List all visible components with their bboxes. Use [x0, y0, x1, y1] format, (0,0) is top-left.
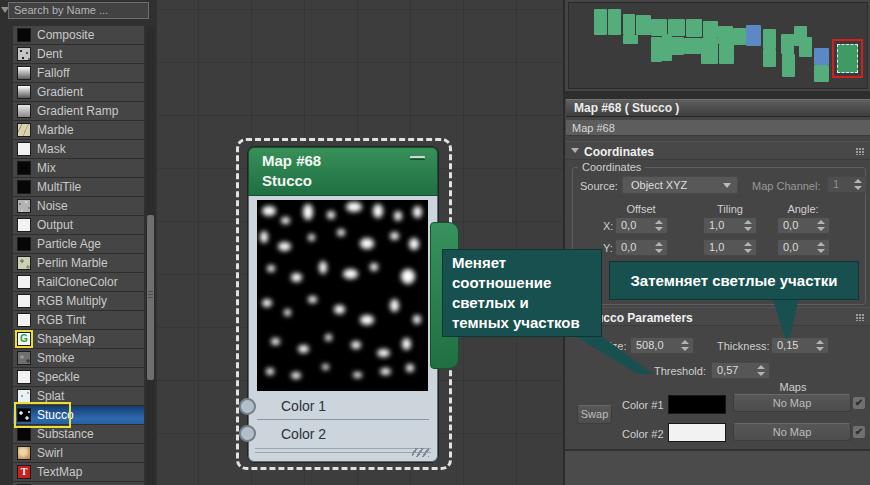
parameter-panel: Map #68 ( Stucco ) Map #68 Coordinates C…	[565, 0, 870, 485]
coordinates-rollout-header[interactable]: Coordinates	[566, 141, 870, 160]
node-resize-grip[interactable]	[412, 448, 429, 457]
chevron-down-icon	[723, 183, 731, 188]
color2-input-socket[interactable]	[239, 425, 256, 442]
black-thumbnail-icon	[17, 161, 31, 175]
color1-slot-label: Color 1	[281, 398, 326, 414]
panel-empty-area	[565, 451, 870, 485]
color1-input-socket[interactable]	[239, 398, 256, 415]
callout-text-line: Меняет	[452, 253, 601, 273]
sidebar-item-mask[interactable]: Mask	[13, 140, 144, 159]
sidebar-item-marble[interactable]: Marble	[13, 121, 144, 140]
color2-map-button[interactable]: No Map	[733, 423, 851, 441]
sidebar-item-splat[interactable]: Splat	[13, 387, 144, 406]
sidebar-item-falloff[interactable]: Falloff	[13, 64, 144, 83]
spinner-arrows-icon[interactable]	[744, 241, 753, 254]
sidebar-item-rgb-multiply[interactable]: RGB Multiply	[13, 292, 144, 311]
rollout-grip-icon[interactable]	[856, 148, 865, 155]
sidebar-item-perlin-marble[interactable]: Perlin Marble	[13, 254, 144, 273]
color1-swatch[interactable]	[668, 395, 726, 414]
threshold-spinner[interactable]: 0,57	[711, 362, 770, 379]
thickness-spinner[interactable]: 0,15	[771, 337, 829, 354]
spinner-arrows-icon[interactable]	[655, 241, 664, 254]
tiling-y-spinner[interactable]: 1,0	[703, 239, 757, 256]
node-header[interactable]: Map #68 Stucco	[248, 147, 438, 196]
color2-slot[interactable]: Color 2	[249, 420, 437, 447]
rollout-grip-icon[interactable]	[856, 314, 865, 321]
color1-label: Color #1	[622, 399, 664, 411]
navigator-node	[651, 37, 662, 62]
minimize-icon[interactable]	[410, 156, 425, 160]
sidebar-item-dent[interactable]: Dent	[13, 45, 144, 64]
map-channel-spinner[interactable]: 1	[827, 176, 867, 193]
sidebar-item-gradient[interactable]: Gradient	[13, 83, 144, 102]
swap-button[interactable]: Swap	[577, 405, 612, 424]
offset-x-spinner[interactable]: 0,0	[615, 217, 668, 234]
spinner-arrows-icon[interactable]	[681, 339, 690, 352]
spinner-value: 0,0	[621, 241, 636, 253]
sidebar-scrollbar[interactable]	[146, 26, 155, 485]
sidebar-item-gradient-ramp[interactable]: Gradient Ramp	[13, 102, 144, 121]
sidebar-item-label: RailCloneColor	[37, 275, 118, 289]
sidebar-item-multitile[interactable]: MultiTile	[13, 178, 144, 197]
offset-y-spinner[interactable]: 0,0	[615, 239, 668, 256]
sidebar-item-substance[interactable]: Substance	[13, 425, 144, 444]
stucco-blob	[281, 217, 290, 224]
stucco-blob	[291, 273, 302, 282]
sidebar-item-railclonecolor[interactable]: RailCloneColor	[13, 273, 144, 292]
size-spinner[interactable]: 508,0	[630, 337, 694, 354]
angle-y-spinner[interactable]: 0,0	[777, 239, 830, 256]
map-name-input[interactable]: Map #68	[566, 120, 870, 136]
angle-x-spinner[interactable]: 0,0	[777, 217, 830, 234]
black-thumbnail-icon	[17, 237, 31, 251]
color2-label: Color #2	[622, 428, 664, 440]
sidebar-item-particle-age[interactable]: Particle Age	[13, 235, 144, 254]
stucco-parameters-rollout-header[interactable]: Stucco Parameters	[566, 307, 870, 326]
navigator-node	[718, 26, 733, 44]
sidebar-item-swirl[interactable]: Swirl	[13, 444, 144, 463]
stucco-blob	[322, 364, 329, 370]
stucco-blob	[327, 211, 335, 219]
sidebar-item-mix[interactable]: Mix	[13, 159, 144, 178]
stucco-blob	[402, 338, 411, 350]
sidebar-item-composite[interactable]: Composite	[13, 26, 144, 45]
color1-map-button[interactable]: No Map	[733, 394, 851, 412]
callout-text-line: светлых и	[452, 293, 601, 313]
spinner-arrows-icon[interactable]	[757, 364, 766, 377]
spinner-arrows-icon[interactable]	[817, 241, 826, 254]
stucco-blob	[380, 368, 391, 375]
sidebar-item-smoke[interactable]: Smoke	[13, 349, 144, 368]
spinner-arrows-icon[interactable]	[854, 178, 863, 191]
spinner-arrows-icon[interactable]	[655, 219, 664, 232]
sidebar-item-rgb-tint[interactable]: RGB Tint	[13, 311, 144, 330]
color2-map-checkbox[interactable]: ✔	[853, 426, 865, 438]
navigator-node	[782, 54, 795, 77]
spinner-arrows-icon[interactable]	[817, 219, 826, 232]
color2-swatch[interactable]	[668, 423, 726, 442]
sidebar-item-label: Gradient Ramp	[37, 104, 118, 118]
sidebar-item-shapemap[interactable]: GShapeMap	[13, 330, 144, 349]
sidebar-item-output[interactable]: Output	[13, 216, 144, 235]
search-input[interactable]: Search by Name ...	[8, 2, 149, 19]
sidebar-item-stucco[interactable]: Stucco	[13, 406, 144, 425]
stucco-map-node[interactable]: Map #68 Stucco Color 1 Color 2	[248, 147, 438, 462]
sidebar-item-speckle[interactable]: Speckle	[13, 368, 144, 387]
tiling-x-spinner[interactable]: 1,0	[703, 217, 757, 234]
scrollbar-thumb[interactable]	[147, 215, 154, 380]
color1-map-checkbox[interactable]: ✔	[853, 397, 865, 409]
threshold-value: 0,57	[717, 364, 738, 376]
navigator-node	[814, 65, 829, 82]
spinner-arrows-icon[interactable]	[744, 219, 753, 232]
stucco-preview-image	[257, 200, 428, 391]
perlin-thumbnail-icon	[17, 256, 31, 270]
navigator-view-rect[interactable]	[832, 39, 863, 78]
sidebar-item-textmap[interactable]: TTextMap	[13, 463, 144, 482]
navigator-minimap[interactable]	[568, 2, 868, 89]
color1-slot[interactable]: Color 1	[249, 392, 437, 419]
source-dropdown[interactable]: Object XYZ	[622, 176, 738, 194]
spinner-arrows-icon[interactable]	[816, 339, 825, 352]
sidebar-item-label: Output	[37, 218, 73, 232]
sidebar-item-label: RGB Tint	[37, 313, 86, 327]
falloff-thumbnail-icon	[17, 66, 31, 80]
sidebar-item-noise[interactable]: Noise	[13, 197, 144, 216]
navigator-node	[763, 29, 776, 49]
